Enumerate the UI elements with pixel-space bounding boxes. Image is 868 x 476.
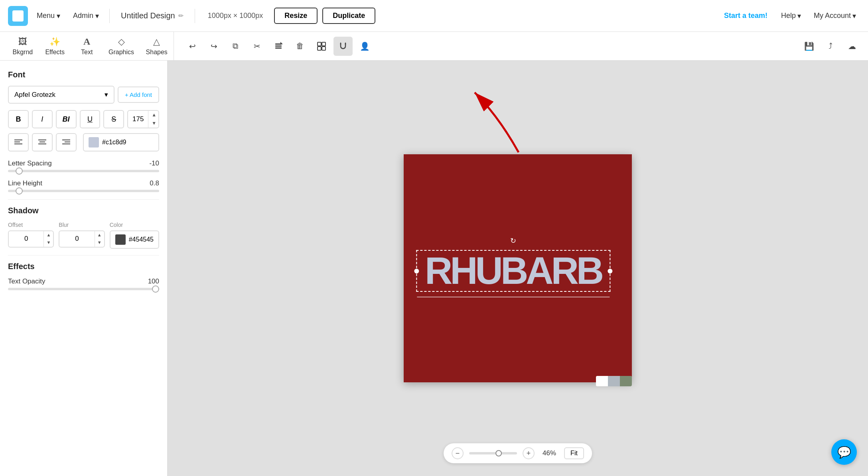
underline-button[interactable]: U (80, 110, 101, 128)
grid-button[interactable] (312, 37, 331, 56)
chat-button[interactable]: 💬 (831, 439, 857, 465)
svg-rect-5 (322, 42, 326, 46)
zoom-slider-thumb[interactable] (495, 450, 502, 456)
app-logo[interactable] (8, 6, 28, 26)
redo-button[interactable]: ↪ (204, 37, 223, 56)
undo-button[interactable]: ↩ (183, 37, 202, 56)
effects-icon: ✨ (49, 37, 60, 47)
font-selector: Apfel Grotezk ▾ + Add font (8, 86, 159, 104)
duplicate-button[interactable]: Duplicate (322, 8, 375, 24)
shapes-icon: △ (153, 37, 160, 47)
letter-spacing-thumb[interactable] (16, 167, 23, 175)
tab-text[interactable]: A Text (71, 33, 103, 59)
shadow-color-swatch[interactable]: #454545 (110, 230, 159, 249)
opacity-slider[interactable] (8, 288, 159, 290)
align-center-button[interactable] (32, 133, 53, 151)
copy-button[interactable]: ⧉ (226, 37, 245, 56)
shadow-color-box (115, 234, 126, 245)
canvas-text[interactable]: RHUBARB (425, 256, 602, 286)
toolbar-actions: ↩ ↪ ⧉ ✂ 🗑 (176, 37, 862, 56)
line-height-slider[interactable] (8, 190, 159, 192)
font-dropdown[interactable]: Apfel Grotezk ▾ (8, 86, 114, 104)
letter-spacing-value: -10 (149, 159, 159, 167)
palette-swatch-1[interactable] (596, 376, 608, 386)
my-account-button[interactable]: My Account ▾ (810, 9, 860, 23)
cloud-button[interactable]: ☁ (842, 37, 862, 56)
offset-up[interactable]: ▲ (44, 231, 53, 239)
blur-input[interactable] (59, 232, 94, 246)
font-size-field[interactable] (128, 112, 148, 126)
opacity-slider-thumb[interactable] (152, 285, 159, 293)
layers-button[interactable] (269, 37, 288, 56)
resize-button[interactable]: Resize (274, 8, 318, 24)
fit-button[interactable]: Fit (564, 447, 584, 459)
zoom-out-button[interactable]: − (452, 447, 464, 459)
menu-button[interactable]: Menu ▾ (33, 9, 64, 23)
font-size-down[interactable]: ▼ (148, 119, 159, 128)
blur-input-wrap: ▲ ▼ (59, 230, 105, 248)
user-button[interactable]: 👤 (355, 37, 374, 56)
design-title[interactable]: Untitled Design ✏ (116, 9, 188, 23)
help-button[interactable]: Help ▾ (777, 9, 805, 23)
font-style-row: B I BI U S ▲ ▼ (8, 110, 159, 128)
bkgrnd-icon: 🖼 (18, 37, 27, 47)
add-font-button[interactable]: + Add font (118, 87, 159, 103)
rotate-handle[interactable]: ↻ (509, 236, 518, 245)
opacity-row: Text Opacity 100 (8, 277, 159, 285)
tab-effects[interactable]: ✨ Effects (39, 33, 71, 59)
letter-spacing-row: Letter Spacing -10 (8, 159, 159, 167)
bold-button[interactable]: B (8, 110, 29, 128)
canvas-area: ↻ RHUBARB − + 46% Fit 💬 (168, 61, 868, 476)
drag-handle-right[interactable] (608, 269, 612, 273)
offset-label: Offset (8, 222, 54, 228)
color-value: #c1c8d9 (102, 139, 126, 146)
text-color-swatch[interactable]: #c1c8d9 (83, 133, 159, 151)
shadow-color-field: Color #454545 (110, 222, 159, 249)
toolbar: 🖼 Bkgrnd ✨ Effects A Text ◇ Graphics △ S… (0, 32, 868, 61)
drag-handle-left[interactable] (414, 269, 419, 273)
offset-input[interactable] (9, 232, 43, 246)
admin-button[interactable]: Admin ▾ (69, 9, 103, 23)
align-left-button[interactable] (8, 133, 29, 151)
magnet-button[interactable] (333, 37, 353, 56)
toolbar-tabs: 🖼 Bkgrnd ✨ Effects A Text ◇ Graphics △ S… (6, 32, 174, 60)
color-box (89, 137, 99, 148)
tab-bkgrnd[interactable]: 🖼 Bkgrnd (6, 33, 39, 59)
font-section-title: Font (8, 70, 159, 79)
palette-swatch-2[interactable] (608, 376, 620, 386)
svg-rect-0 (275, 47, 282, 49)
zoom-in-button[interactable]: + (523, 447, 535, 459)
graphics-icon: ◇ (118, 37, 125, 47)
zoom-slider[interactable] (469, 452, 517, 454)
text-icon: A (83, 36, 90, 47)
save-button[interactable]: 💾 (799, 37, 819, 56)
italic-button[interactable]: I (32, 110, 53, 128)
blur-down[interactable]: ▼ (95, 239, 104, 246)
divider-1 (8, 199, 159, 200)
offset-down[interactable]: ▼ (44, 239, 53, 246)
blur-arrows: ▲ ▼ (95, 231, 104, 247)
share-button[interactable]: ⤴ (821, 37, 840, 56)
line-height-row: Line Height 0.8 (8, 179, 159, 187)
font-size-input[interactable]: ▲ ▼ (127, 110, 159, 128)
text-selection[interactable]: ↻ RHUBARB (416, 250, 610, 292)
tab-bkgrnd-label: Bkgrnd (13, 49, 33, 56)
canvas-size-label: 1000px × 1000px (201, 12, 270, 20)
start-team-button[interactable]: Start a team! (719, 9, 772, 22)
palette-swatch-3[interactable] (620, 376, 632, 386)
tab-shapes[interactable]: △ Shapes (140, 33, 174, 59)
shadow-color-value: #454545 (129, 236, 154, 243)
cut-button[interactable]: ✂ (247, 37, 266, 56)
delete-button[interactable]: 🗑 (290, 37, 310, 56)
font-size-arrows: ▲ ▼ (148, 111, 159, 128)
strikethrough-button[interactable]: S (103, 110, 124, 128)
chat-icon: 💬 (837, 446, 851, 459)
blur-up[interactable]: ▲ (95, 231, 104, 239)
font-size-up[interactable]: ▲ (148, 111, 159, 119)
align-right-button[interactable] (56, 133, 77, 151)
opacity-value: 100 (148, 277, 159, 285)
tab-graphics[interactable]: ◇ Graphics (103, 33, 140, 59)
letter-spacing-slider[interactable] (8, 170, 159, 172)
bold-italic-button[interactable]: BI (56, 110, 77, 128)
line-height-thumb[interactable] (16, 187, 23, 195)
